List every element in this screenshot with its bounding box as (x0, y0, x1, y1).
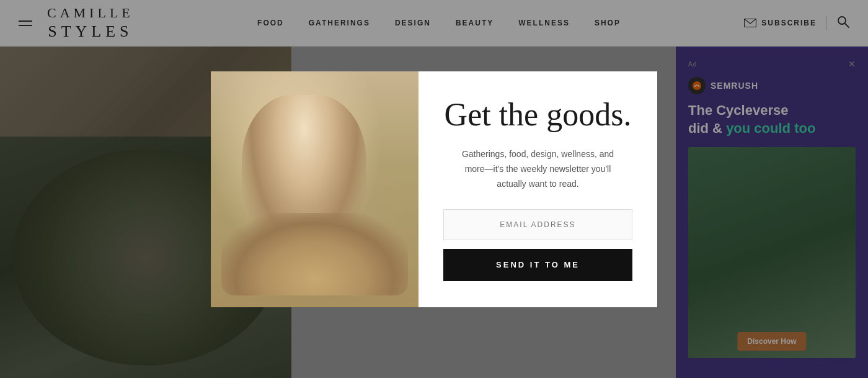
food-items-display (221, 213, 409, 295)
modal-content: Get the goods. Gatherings, food, design,… (418, 71, 657, 307)
email-input[interactable] (443, 209, 632, 240)
modal-description: Gatherings, food, design, wellness, and … (458, 147, 619, 191)
newsletter-modal: Get the goods. Gatherings, food, design,… (211, 71, 657, 307)
send-it-to-me-button[interactable]: SEND IT TO ME (443, 249, 632, 281)
modal-overlay: Get the goods. Gatherings, food, design,… (0, 0, 868, 378)
modal-image (211, 71, 418, 307)
modal-title: Get the goods. (445, 97, 632, 132)
